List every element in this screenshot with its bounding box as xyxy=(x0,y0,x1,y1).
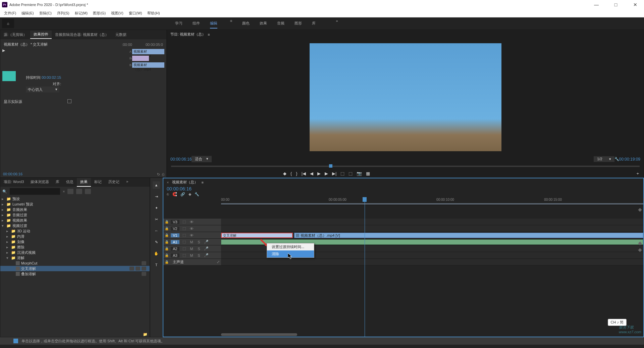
lock-icon[interactable]: 🔒 xyxy=(165,247,169,250)
export-frame-icon[interactable]: 📷 xyxy=(357,171,362,176)
workspace-color[interactable]: 颜色 xyxy=(242,19,250,28)
menu-sequence[interactable]: 序列(S) xyxy=(55,10,71,16)
maximize-button[interactable]: □ xyxy=(609,0,623,9)
play-icon[interactable]: ▶ xyxy=(317,171,321,176)
step-forward-icon[interactable]: ▶ xyxy=(325,171,328,176)
minimize-button[interactable]: — xyxy=(590,0,603,9)
tree-item-叠加溶解[interactable]: 叠加溶解 xyxy=(0,271,150,277)
expand-arrow-icon[interactable]: ▸ xyxy=(6,240,10,244)
voice-over-icon[interactable]: 🎤 xyxy=(204,253,209,257)
accelerated-effects-badge-icon[interactable] xyxy=(67,189,73,194)
track-header-v1[interactable]: 🔒 V1 ⬚ 👁 xyxy=(163,232,221,238)
eye-icon[interactable]: 👁 xyxy=(189,233,194,237)
timeline-zoom[interactable] xyxy=(163,333,221,337)
tree-item-lumetri-预设[interactable]: ▸📁Lumetri 预设 xyxy=(0,201,150,207)
insert-sequence-icon[interactable]: ⎋ xyxy=(167,192,169,196)
track-header-a1[interactable]: 🔒 A1 ⬚ M S 🎤 xyxy=(163,239,221,245)
solo-label[interactable]: S xyxy=(196,253,202,257)
hand-tool[interactable]: ✋ xyxy=(153,250,160,257)
menu-help[interactable]: 帮助(H) xyxy=(145,10,162,16)
tab-effects[interactable]: 效果 xyxy=(77,178,91,187)
workspace-editing[interactable]: 编辑 xyxy=(210,19,217,28)
menu-window[interactable]: 窗口(W) xyxy=(127,10,144,16)
solo-label[interactable]: S xyxy=(196,247,202,251)
sync-lock-icon[interactable]: ⬚ xyxy=(181,226,187,231)
extract-icon[interactable]: ⬚ xyxy=(348,171,353,176)
razor-tool[interactable]: ✂ xyxy=(153,216,160,223)
resolution-dropdown[interactable]: 1/2▾ xyxy=(594,156,614,162)
ec-transition[interactable] xyxy=(132,56,149,61)
expand-arrow-icon[interactable]: ▸ xyxy=(2,197,5,201)
track-master-content[interactable] xyxy=(221,259,643,265)
tree-item-交叉溶解[interactable]: 交叉溶解 xyxy=(0,266,150,271)
tab-effect-controls[interactable]: 效果控件 xyxy=(30,31,52,39)
ctx-set-transition-duration[interactable]: 设置过渡持续时间... xyxy=(267,243,314,250)
ec-clipA[interactable]: 视频素材（总）.mp4 xyxy=(132,49,164,54)
lift-icon[interactable]: ⬚ xyxy=(340,171,344,176)
track-header-a2[interactable]: 🔒 A2 ⬚ M S 🎤 xyxy=(163,245,221,252)
zoom-level-dropdown[interactable]: 适合▾ xyxy=(192,156,212,162)
expand-arrow-icon[interactable]: ▸ xyxy=(2,208,5,212)
eye-icon[interactable]: 👁 xyxy=(189,227,194,231)
menu-edit[interactable]: 编辑(E) xyxy=(19,10,36,16)
tree-item-视频效果[interactable]: ▸📁视频效果 xyxy=(0,218,150,223)
lock-icon[interactable]: 🔒 xyxy=(165,240,169,244)
tab-source[interactable]: 源:（无剪辑） xyxy=(0,31,30,39)
tree-item-溶解[interactable]: ▾📁溶解 xyxy=(0,255,150,260)
duration-value[interactable]: 00:00:02:15 xyxy=(42,75,61,79)
transition-thumbnail[interactable] xyxy=(2,71,16,81)
timeline-timecode[interactable]: 00:00:06:16 xyxy=(167,186,192,191)
slip-tool[interactable]: ↔ xyxy=(153,227,160,234)
tab-media-browser[interactable]: 媒体浏览器 xyxy=(27,178,52,187)
workspace-learning[interactable]: 学习 xyxy=(175,19,182,28)
lock-icon[interactable]: 🔒 xyxy=(165,227,169,230)
track-select-tool[interactable]: ⇥ xyxy=(153,193,160,200)
linked-selection-icon[interactable]: 🔗 xyxy=(180,192,185,196)
workspace-graphics[interactable]: 图形 xyxy=(294,19,302,28)
snap-icon[interactable]: 🧲 xyxy=(172,192,177,196)
new-custom-bin-icon[interactable]: 📁 xyxy=(143,332,148,336)
workspace-assembly[interactable]: 组件 xyxy=(193,19,200,28)
marker-icon[interactable]: ◆ xyxy=(189,192,191,196)
sync-lock-icon[interactable]: ⬚ xyxy=(181,240,187,244)
menu-clip[interactable]: 剪辑(C) xyxy=(37,10,54,16)
ec-clipB[interactable]: 视频素材（总）.mp4 xyxy=(132,62,164,68)
menu-marker[interactable]: 标记(M) xyxy=(73,10,90,16)
add-marker-icon[interactable]: ◆ xyxy=(283,171,286,176)
voice-over-icon[interactable]: 🎤 xyxy=(204,246,209,251)
selection-tool[interactable]: ▲ xyxy=(153,181,160,189)
tree-item-视频过渡[interactable]: ▾📁视频过渡 xyxy=(0,223,150,228)
tab-audio-clip-mixer[interactable]: 音频剪辑混合器: 视频素材（总） xyxy=(52,31,112,39)
tabs-overflow[interactable]: » xyxy=(123,178,131,187)
workspace-effects[interactable]: 效果 xyxy=(260,19,267,28)
lock-icon[interactable]: 🔒 xyxy=(165,233,169,237)
mark-out-icon[interactable]: } xyxy=(296,171,297,176)
expand-arrow-icon[interactable]: ▸ xyxy=(2,202,5,207)
expand-arrow-icon[interactable]: ▾ xyxy=(6,256,10,260)
lock-icon[interactable]: 🔒 xyxy=(165,253,169,257)
play-icon[interactable]: ▶ xyxy=(2,48,5,68)
tab-info[interactable]: 信息 xyxy=(63,178,77,187)
transition-cross-dissolve[interactable]: 交叉溶解 xyxy=(221,233,293,238)
tab-libraries[interactable]: 库 xyxy=(52,178,63,187)
tab-history[interactable]: 历史记 xyxy=(105,178,123,187)
menu-file[interactable]: 文件(F) xyxy=(2,10,18,16)
clip-v1[interactable]: 视频素材（总）.mp4 [V] xyxy=(294,233,643,238)
work-area-bar[interactable] xyxy=(221,203,643,205)
workspace-audio[interactable]: 音频 xyxy=(277,19,284,28)
track-header-master[interactable]: 🔒 主声道 ⤢ xyxy=(163,259,221,265)
close-button[interactable]: ✕ xyxy=(629,0,642,9)
home-button[interactable]: ⌂ xyxy=(2,19,14,28)
button-editor-icon[interactable]: + xyxy=(636,171,639,176)
effect-controls-timecode[interactable]: 00:00:06:16 xyxy=(3,172,22,176)
tab-metadata[interactable]: 元数据 xyxy=(112,31,130,39)
solo-label[interactable]: S xyxy=(196,240,202,244)
settings-icon[interactable]: 🔧 xyxy=(614,157,619,161)
track-v2-content[interactable] xyxy=(221,225,643,232)
32bit-badge-icon[interactable] xyxy=(76,189,82,194)
track-v1-content[interactable]: 交叉溶解 视频素材（总）.mp4 [V] xyxy=(221,232,643,238)
eye-icon[interactable]: 👁 xyxy=(189,220,194,224)
tree-item-音频过渡[interactable]: ▸📁音频过渡 xyxy=(0,212,150,218)
export-frame-icon[interactable]: ⎙ xyxy=(162,172,164,177)
tree-item-擦除[interactable]: ▸📁擦除 xyxy=(0,244,150,250)
